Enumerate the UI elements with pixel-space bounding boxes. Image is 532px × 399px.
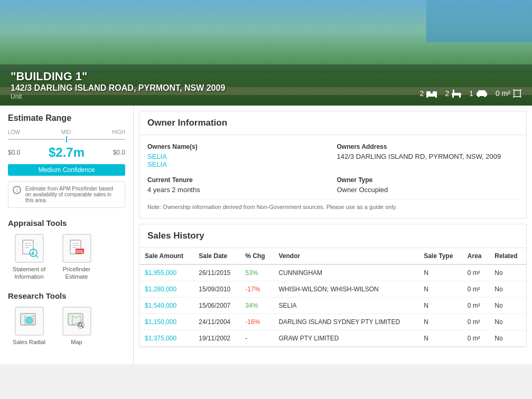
table-row: $1,540,000 15/06/2007 34% SELIA N 0 m² N… <box>139 298 526 314</box>
sale-type: N <box>418 298 462 314</box>
table-row: $1,150,000 24/11/2004 -16% DARLING ISLAN… <box>139 314 526 330</box>
sale-type: N <box>418 330 462 347</box>
sales-history-panel: Sales History Sale Amount Sale Date % Ch… <box>139 224 527 347</box>
property-header: "BUILDING 1" 142/3 DARLING ISLAND ROAD, … <box>0 0 532 106</box>
sale-date: 24/11/2004 <box>193 314 240 330</box>
owner1-value: SELIA <box>147 153 329 160</box>
owners-name-field: Owners Name(s) SELIA SELIA <box>147 143 329 168</box>
col-amount: Sale Amount <box>139 248 193 264</box>
svg-rect-3 <box>426 96 428 98</box>
map-icon <box>62 307 91 336</box>
owner-type-label: Owner Type <box>337 176 519 184</box>
tool-sales-radial[interactable]: Sales Radial <box>8 307 50 346</box>
sale-amount: $1,150,000 <box>139 314 193 330</box>
research-tools-section: Research Tools Sales Radial <box>8 291 125 346</box>
table-row: $1,280,000 15/09/2010 -17% WHISH-WILSON;… <box>139 281 526 298</box>
owners-name-label: Owners Name(s) <box>147 143 329 150</box>
bed-icon <box>426 89 437 98</box>
sale-related: No <box>489 298 526 314</box>
sale-area: 0 m² <box>462 298 489 314</box>
col-area: Area <box>462 248 489 264</box>
owner-info-header: Owner Information <box>139 111 526 135</box>
svg-rect-7 <box>459 96 461 98</box>
sale-type: N <box>418 314 462 330</box>
sale-chg: -16% <box>240 314 273 330</box>
info-icon: i <box>13 186 21 194</box>
tool-map[interactable]: Map <box>55 307 98 346</box>
sale-area: 0 m² <box>462 264 489 281</box>
sales-table-body: $1,955,000 26/11/2015 53% CUNNINGHAM N 0… <box>139 264 526 347</box>
owner-note: Note: Ownership information derived from… <box>147 199 518 210</box>
soi-icon: $ <box>15 234 44 263</box>
bath-count: 2 <box>445 89 461 98</box>
sale-chg: 34% <box>240 298 273 314</box>
sales-history-header: Sales History <box>139 224 526 248</box>
car-icon <box>476 90 488 97</box>
sale-vendor: GRAW PTY LIMITED <box>273 330 418 347</box>
estimate-note: i Estimate from APM Pricefinder based on… <box>8 181 125 208</box>
appraisal-tools-grid: $ Statement of Information <box>8 234 125 281</box>
sale-type: N <box>418 264 462 281</box>
sale-vendor: DARLING ISLAND SYDNEY PTY LIMITED <box>273 314 418 330</box>
bed-count: 2 <box>420 89 437 98</box>
svg-line-17 <box>513 97 514 98</box>
sidebar: Estimate Range LOW MID HIGH $0.0 $2.7m $… <box>0 106 134 364</box>
research-tools-title: Research Tools <box>8 291 125 300</box>
col-related: Related <box>489 248 526 264</box>
radial-icon <box>15 307 44 336</box>
estimate-low: $0.0 <box>8 149 20 156</box>
svg-text:SOLD: SOLD <box>76 250 86 253</box>
tool-statement-of-information[interactable]: $ Statement of Information <box>8 234 50 281</box>
owner-grid: Owners Name(s) SELIA SELIA Owners Addres… <box>147 143 518 194</box>
owner-info-title: Owner Information <box>147 118 518 128</box>
sale-chg: - <box>240 330 273 347</box>
owner-info-body: Owners Name(s) SELIA SELIA Owners Addres… <box>139 135 526 218</box>
estimate-section: Estimate Range LOW MID HIGH $0.0 $2.7m $… <box>8 113 125 208</box>
area-icon <box>513 89 521 98</box>
svg-rect-14 <box>514 90 520 97</box>
appraisal-tools-title: Appraisal Tools <box>8 218 125 227</box>
building-name: "BUILDING 1" <box>11 70 521 83</box>
svg-rect-2 <box>433 91 437 94</box>
svg-line-25 <box>36 255 38 258</box>
col-chg: % Chg <box>240 248 273 264</box>
table-row: $1,375,000 19/11/2002 - GRAW PTY LIMITED… <box>139 330 526 347</box>
sales-history-title: Sales History <box>147 231 518 241</box>
sale-chg: 53% <box>240 264 273 281</box>
sale-area: 0 m² <box>462 281 489 298</box>
estimate-bar <box>8 136 125 142</box>
owner2-value: SELIA <box>147 160 329 168</box>
svg-line-18 <box>520 97 521 98</box>
land-area: 0 m² <box>496 89 521 98</box>
owners-address-value: 142/3 DARLING ISLAND RD, PYRMONT, NSW, 2… <box>337 153 519 160</box>
sale-date: 15/09/2010 <box>193 281 240 298</box>
sale-amount: $1,280,000 <box>139 281 193 298</box>
sale-chg: -17% <box>240 281 273 298</box>
pf-icon: SOLD <box>62 234 91 263</box>
sale-amount: $1,955,000 <box>139 264 193 281</box>
sale-amount: $1,375,000 <box>139 330 193 347</box>
tool-pricefinder-estimate[interactable]: SOLD Pricefinder Estimate <box>55 234 98 281</box>
svg-text:$: $ <box>32 251 34 256</box>
svg-rect-6 <box>452 96 454 98</box>
sale-vendor: SELIA <box>273 298 418 314</box>
tool-soi-label: Statement of Information <box>8 265 50 281</box>
current-tenure-field: Current Tenure 4 years 2 months <box>147 176 329 194</box>
estimate-values: $0.0 $2.7m $0.0 <box>8 145 125 160</box>
estimate-title: Estimate Range <box>8 113 125 123</box>
appraisal-tools-section: Appraisal Tools $ <box>8 218 125 281</box>
tool-radial-label: Sales Radial <box>13 338 45 346</box>
sale-vendor: CUNNINGHAM <box>273 264 418 281</box>
col-vendor: Vendor <box>273 248 418 264</box>
sale-related: No <box>489 264 526 281</box>
sale-related: No <box>489 330 526 347</box>
table-row: $1,955,000 26/11/2015 53% CUNNINGHAM N 0… <box>139 264 526 281</box>
svg-line-16 <box>520 89 521 90</box>
current-tenure-value: 4 years 2 months <box>147 186 329 194</box>
tool-map-label: Map <box>71 338 82 346</box>
bath-icon <box>452 89 461 98</box>
owners-address-label: Owners Address <box>337 143 519 150</box>
sale-date: 26/11/2015 <box>193 264 240 281</box>
tool-pf-label: Pricefinder Estimate <box>55 265 98 281</box>
sales-table: Sale Amount Sale Date % Chg Vendor Sale … <box>139 248 526 347</box>
